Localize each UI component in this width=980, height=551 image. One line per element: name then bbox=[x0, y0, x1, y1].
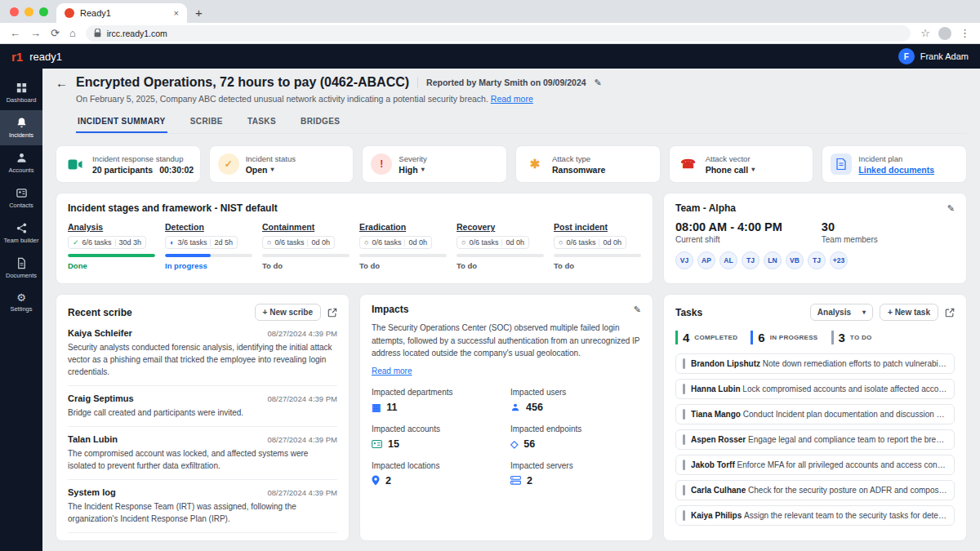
stat-completed: 4 COMPLETED bbox=[675, 331, 737, 344]
impacts-read-more-link[interactable]: Read more bbox=[372, 367, 412, 375]
scribe-text: Security analysts conducted forensic ana… bbox=[68, 341, 337, 378]
window-close-button[interactable] bbox=[10, 7, 19, 16]
address-bar[interactable]: ircc.ready1.com bbox=[86, 25, 911, 42]
standup-participants: 20 participants bbox=[92, 165, 153, 175]
forward-icon[interactable]: → bbox=[30, 28, 41, 38]
task-row[interactable]: Carla Culhane Check for the security pos… bbox=[675, 480, 955, 500]
incident-plan-card[interactable]: Incident plan Linked documents bbox=[822, 145, 967, 183]
back-icon[interactable]: ← bbox=[10, 28, 20, 38]
task-row[interactable]: Brandon Lipshutz Note down remediation e… bbox=[675, 353, 955, 374]
scribe-time: 08/27/2024 4:39 PM bbox=[267, 329, 337, 338]
attack-type-card[interactable]: ✱ Attack type Ransomware bbox=[515, 145, 661, 183]
incident-status-title: Incident status bbox=[246, 154, 296, 163]
stage-progress-bar bbox=[165, 254, 252, 257]
stage-name-link[interactable]: Detection bbox=[165, 222, 252, 232]
stage-progress-bar bbox=[554, 254, 641, 257]
task-row[interactable]: Hanna Lubin Lock compromised accounts an… bbox=[675, 379, 955, 399]
attack-vector-card[interactable]: ☎ Attack vector Phone call ▾ bbox=[669, 145, 814, 183]
stage-detection: Detection ◐ 3/6 tasks 2d 5h In progress bbox=[165, 222, 252, 270]
sidebar-item-settings[interactable]: ⚙ Settings bbox=[0, 286, 42, 319]
scribe-entry[interactable]: Talan Lubin 08/27/2024 4:39 PM The compr… bbox=[68, 427, 337, 480]
scribe-entry[interactable]: Jordyn George 08/27/2024 4:39 PM bbox=[68, 533, 337, 541]
linked-documents-link[interactable]: Linked documents bbox=[858, 165, 934, 175]
stages-card: Incident stages and framework - NIST def… bbox=[56, 193, 653, 284]
chevron-down-icon[interactable]: ▾ bbox=[751, 166, 755, 173]
avatar[interactable]: AP bbox=[697, 251, 715, 269]
browser-tab[interactable]: Ready1 × bbox=[56, 3, 187, 23]
window-controls[interactable] bbox=[5, 0, 56, 23]
edit-team-icon[interactable]: ✎ bbox=[947, 203, 955, 214]
scribe-entries: Kaiya Schleifer 08/27/2024 4:39 PM Secur… bbox=[68, 321, 337, 541]
avatar-overflow[interactable]: +23 bbox=[830, 251, 848, 269]
external-link-icon[interactable] bbox=[327, 308, 337, 318]
dashboard-icon bbox=[16, 82, 28, 94]
shift-time: 08:00 AM - 4:00 PM bbox=[675, 220, 782, 233]
stage-name-link[interactable]: Eradication bbox=[359, 222, 447, 232]
task-row[interactable]: Kaiya Philips Assign the relevant team t… bbox=[675, 505, 955, 526]
incidents-icon bbox=[16, 117, 28, 129]
tab-scribe[interactable]: SCRIBE bbox=[189, 113, 225, 133]
avatar[interactable]: VJ bbox=[675, 251, 693, 269]
chevron-down-icon[interactable]: ▾ bbox=[271, 166, 274, 173]
scribe-entry[interactable]: System log 08/27/2024 4:39 PM The Incide… bbox=[68, 480, 337, 533]
home-icon[interactable]: ⌂ bbox=[69, 28, 76, 38]
tasks-stage-select[interactable]: Analysis ▾ bbox=[810, 304, 873, 321]
task-row[interactable]: Tiana Mango Conduct Incident plan docume… bbox=[675, 404, 955, 424]
task-row[interactable]: Jakob Torff Enforce MFA for all privileg… bbox=[675, 455, 955, 475]
browser-profile-avatar[interactable] bbox=[938, 27, 951, 40]
sidebar-item-dashboard[interactable]: Dashboard bbox=[0, 75, 42, 110]
chevron-down-icon[interactable]: ▾ bbox=[421, 166, 425, 173]
tab-close-icon[interactable]: × bbox=[174, 8, 179, 18]
tab-tasks[interactable]: TASKS bbox=[246, 113, 278, 133]
edit-incident-icon[interactable]: ✎ bbox=[595, 78, 602, 88]
user-name[interactable]: Frank Adam bbox=[920, 51, 969, 61]
external-link-icon[interactable] bbox=[945, 308, 955, 318]
stages-title: Incident stages and framework - NIST def… bbox=[68, 202, 641, 214]
avatar[interactable]: TJ bbox=[808, 251, 826, 269]
edit-impacts-icon[interactable]: ✎ bbox=[634, 304, 641, 315]
severity-card[interactable]: ! Severity High ▾ bbox=[362, 145, 507, 183]
avatar[interactable]: LN bbox=[764, 251, 782, 269]
browser-menu-icon[interactable]: ⋮ bbox=[960, 28, 970, 38]
new-scribe-button[interactable]: + New scribe bbox=[255, 304, 321, 321]
stage-name-link[interactable]: Recovery bbox=[457, 222, 544, 232]
user-avatar[interactable]: F bbox=[898, 48, 915, 64]
stage-meta-chip: ○ 0/6 tasks 0d 0h bbox=[262, 236, 335, 249]
window-zoom-button[interactable] bbox=[39, 7, 48, 16]
task-priority-bar bbox=[683, 460, 685, 470]
metric-value: 2 bbox=[527, 475, 532, 487]
app-logo[interactable]: r1 bbox=[11, 50, 23, 64]
task-row[interactable]: Aspen Rosser Engage legal and compliance… bbox=[675, 429, 955, 450]
standup-card[interactable]: Incident response standup 20 participant… bbox=[56, 145, 201, 183]
incident-status-card[interactable]: ✓ Incident status Open ▾ bbox=[209, 145, 354, 183]
scribe-entry[interactable]: Kaiya Schleifer 08/27/2024 4:39 PM Secur… bbox=[68, 321, 337, 386]
reload-icon[interactable]: ⟳ bbox=[51, 28, 60, 38]
new-task-button[interactable]: + New task bbox=[880, 304, 938, 321]
sidebar-item-documents[interactable]: Documents bbox=[0, 251, 42, 286]
bookmark-star-icon[interactable]: ☆ bbox=[920, 28, 930, 38]
avatar[interactable]: VB bbox=[786, 251, 804, 269]
tab-incident-summary[interactable]: INCIDENT SUMMARY bbox=[76, 113, 167, 133]
stage-name-link[interactable]: Post incident bbox=[554, 222, 641, 232]
avatar[interactable]: TJ bbox=[742, 251, 760, 269]
back-arrow-icon[interactable]: ← bbox=[56, 76, 68, 90]
stage-name-link[interactable]: Analysis bbox=[68, 222, 155, 232]
window-minimize-button[interactable] bbox=[24, 7, 33, 16]
stage-name-link[interactable]: Containment bbox=[262, 222, 350, 232]
tab-bridges[interactable]: BRIDGES bbox=[299, 113, 341, 133]
attack-vector-value: Phone call bbox=[706, 165, 749, 175]
description-read-more-link[interactable]: Read more bbox=[491, 94, 533, 104]
sidebar-item-incidents[interactable]: Incidents bbox=[0, 110, 42, 145]
sidebar-item-accounts[interactable]: Accounts bbox=[0, 145, 42, 180]
new-tab-button[interactable]: + bbox=[195, 6, 203, 20]
sidebar-item-contacts[interactable]: Contacts bbox=[0, 180, 42, 216]
task-priority-bar bbox=[683, 384, 685, 394]
scribe-entry[interactable]: Craig Septimus 08/27/2024 4:39 PM Bridge… bbox=[68, 386, 337, 427]
sidebar-item-team-builder[interactable]: Team builder bbox=[0, 216, 42, 251]
metric-value: 2 bbox=[385, 475, 391, 487]
incident-plan-title: Incident plan bbox=[858, 154, 934, 163]
url-text: ircc.ready1.com bbox=[107, 29, 167, 38]
tasks-title: Tasks bbox=[675, 307, 702, 318]
standup-timer: 00:30:02 bbox=[159, 165, 194, 175]
avatar[interactable]: AL bbox=[719, 251, 737, 269]
